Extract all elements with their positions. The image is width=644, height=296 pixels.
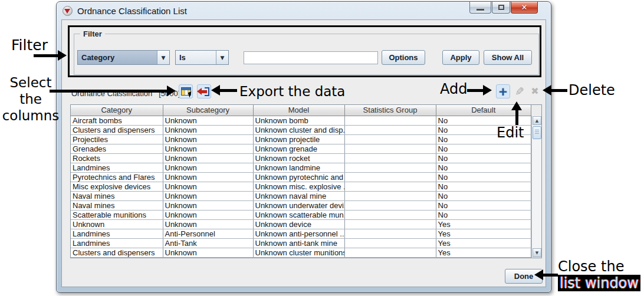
column-header[interactable]: Category [71, 105, 163, 116]
table-row[interactable]: Pyrotechnics and FlaresUnknownUnknown py… [71, 172, 531, 182]
table-columns-icon [181, 87, 191, 96]
maximize-button[interactable] [492, 2, 510, 14]
table-row[interactable]: LandminesAnti-TankUnknown anti-tank mine… [71, 238, 531, 248]
window-controls: ✕ [469, 2, 538, 14]
table-cell: Unknown [163, 125, 253, 134]
annotation-close-label: Close the list window [558, 258, 644, 291]
table-cell: Unknown cluster munitions [253, 248, 344, 257]
table-body: Aircraft bombsUnknownUnknown bombNoClust… [71, 116, 531, 257]
table-cell: Unknown rocket [253, 153, 344, 163]
table-cell: Aircraft bombs [71, 116, 163, 125]
table-cell: Unknown pyrotechnic and ... [253, 172, 344, 182]
annotation-line: Select [0, 74, 61, 91]
plus-icon: + [498, 86, 508, 97]
table-cell: Landmines [71, 229, 163, 238]
table-cell: Unknown misc. explosive ... [253, 182, 344, 191]
table-row[interactable]: Clusters and dispensersUnknownUnknown cl… [71, 248, 531, 257]
table-row[interactable]: ProjectilesUnknownUnknown projectileNo [71, 134, 531, 144]
maximize-icon [498, 5, 504, 10]
table-row[interactable]: UnknownUnknownUnknown deviceYes [71, 219, 531, 229]
chevron-down-icon[interactable]: ▼ [157, 51, 169, 64]
classification-table: CategorySubcategoryModelStatistics Group… [71, 105, 531, 258]
chevron-down-icon[interactable]: ▼ [216, 51, 228, 64]
table-cell: Unknown [163, 172, 253, 182]
table-cell: No [436, 153, 531, 163]
cursor-icon [188, 91, 192, 97]
table-row[interactable]: Clusters and dispensersUnknownUnknown cl… [71, 125, 531, 134]
app-ordnance-icon [63, 6, 73, 16]
filter-field-dropdown-value: Category [78, 51, 157, 64]
table-row[interactable]: Scatterable munitionsUnknownUnknown scat… [71, 210, 531, 219]
annotation-highlighted-text: list window [558, 275, 640, 291]
close-button[interactable]: ✕ [511, 2, 538, 14]
table-row[interactable]: Misc explosive devicesUnknownUnknown mis… [71, 182, 531, 191]
table-header-row: CategorySubcategoryModelStatistics Group… [71, 105, 531, 116]
table-row[interactable]: Naval minesUnknownUnknown underwater dev… [71, 200, 531, 210]
annotation-delete-label: Delete [569, 82, 615, 98]
table-cell: Landmines [71, 238, 163, 248]
table-cell: Anti-Personnel [163, 229, 253, 238]
table-cell: Clusters and dispensers [71, 248, 163, 257]
select-columns-button[interactable] [179, 84, 193, 98]
edit-button[interactable]: ✎ [512, 84, 527, 98]
filter-operator-dropdown[interactable]: Is ▼ [175, 50, 229, 65]
table-cell: No [436, 191, 531, 200]
minimize-button[interactable] [469, 2, 491, 14]
table-cell: Naval mines [71, 200, 163, 210]
table-cell [344, 210, 436, 219]
filter-value-input[interactable] [244, 51, 378, 64]
options-button[interactable]: Options [382, 50, 425, 65]
table-cell: Unknown cluster and disp... [253, 125, 344, 134]
table-cell: No [436, 144, 531, 153]
scroll-up-button[interactable]: ▲ [533, 116, 541, 125]
table-cell: Unknown [163, 200, 253, 210]
pencil-icon: ✎ [515, 86, 524, 97]
column-header[interactable]: Statistics Group [344, 105, 436, 116]
column-header[interactable]: Subcategory [163, 105, 253, 116]
delete-button[interactable]: ✖ [528, 84, 542, 98]
table-cell: Unknown grenade [253, 144, 344, 153]
table-cell [344, 153, 436, 163]
scroll-down-button[interactable]: ▼ [533, 248, 541, 257]
table-cell: Unknown naval mine [253, 191, 344, 200]
table-cell: Grenades [71, 144, 163, 153]
table-row[interactable]: RocketsUnknownUnknown rocketNo [71, 153, 531, 163]
add-button[interactable]: + [496, 84, 510, 98]
table-cell: Unknown bomb [253, 116, 344, 125]
table-cell: Rockets [71, 153, 163, 163]
annotation-export-arrow [219, 89, 237, 92]
table-cell: No [436, 182, 531, 191]
table-cell: Unknown landmine [253, 163, 344, 172]
annotation-add-label: Add [440, 81, 467, 97]
table-cell: Unknown [163, 134, 253, 144]
filter-field-dropdown[interactable]: Category ▼ [77, 50, 170, 65]
table-cell: Unknown underwater devi... [253, 200, 344, 210]
show-all-button[interactable]: Show All [484, 50, 532, 65]
table-row[interactable]: Aircraft bombsUnknownUnknown bombNo [71, 116, 531, 125]
table-cell: Pyrotechnics and Flares [71, 172, 163, 182]
table-row[interactable]: Naval minesUnknownUnknown naval mineNo [71, 191, 531, 200]
table-row[interactable]: LandminesAnti-PersonnelUnknown anti-pers… [71, 229, 531, 238]
table-row[interactable]: GrenadesUnknownUnknown grenadeNo [71, 144, 531, 153]
filter-operator-dropdown-value: Is [176, 51, 216, 64]
table-row[interactable]: LandminesUnknownUnknown landmineNo [71, 163, 531, 172]
annotation-select-columns-arrow [50, 90, 167, 93]
apply-button[interactable]: Apply [442, 50, 479, 65]
table-cell: Clusters and dispensers [71, 125, 163, 134]
table-cell [344, 248, 436, 257]
table-cell: Unknown [163, 144, 253, 153]
minimize-icon [477, 9, 484, 11]
vertical-scrollbar[interactable]: ▲ ▼ [531, 116, 541, 258]
table-cell: Projectiles [71, 134, 163, 144]
column-header[interactable]: Model [253, 105, 344, 116]
scrollbar-thumb[interactable] [533, 126, 541, 139]
ordnance-classification-window: Ordnance Classification List ✕ Filter Ca… [56, 1, 551, 292]
table-cell: Unknown [163, 210, 253, 219]
table-cell [344, 219, 436, 229]
table-cell [344, 163, 436, 172]
annotation-line: columns [0, 107, 61, 124]
export-data-button[interactable] [197, 84, 211, 98]
table-cell [344, 200, 436, 210]
table-cell: Unknown [163, 116, 253, 125]
annotation-line: the [0, 91, 61, 107]
